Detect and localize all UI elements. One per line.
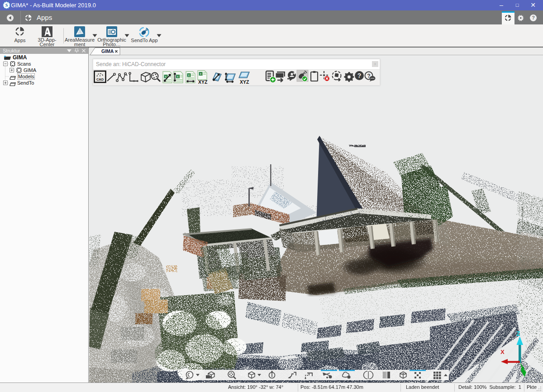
svg-text:Z: Z	[516, 330, 520, 337]
svg-text:CAD: CAD	[96, 77, 104, 81]
svg-text:?: ?	[357, 72, 362, 79]
svg-text:X: X	[188, 74, 190, 77]
svg-text:S: S	[5, 3, 8, 8]
svg-text:XYZ: XYZ	[240, 79, 249, 85]
svg-text:X: X	[500, 349, 505, 355]
svg-text:X: X	[177, 75, 179, 78]
svg-text:X: X	[165, 75, 167, 78]
svg-text:GIMA: GIMA	[101, 48, 114, 54]
svg-text:X: X	[200, 72, 202, 76]
svg-text:XYZ: XYZ	[198, 79, 208, 85]
